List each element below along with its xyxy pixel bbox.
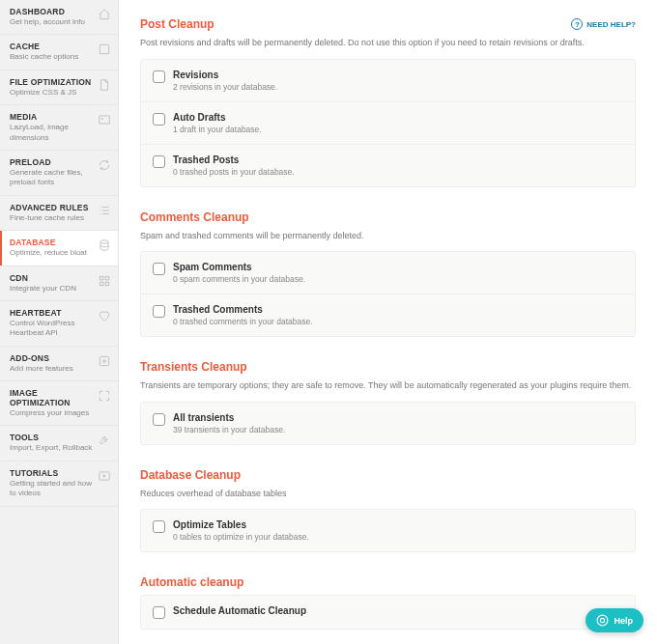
option-title: Optimize Tables — [173, 519, 309, 530]
nav-desc: Add more features — [10, 364, 95, 374]
option-row[interactable]: Auto Drafts1 draft in your database. — [141, 101, 635, 144]
svg-rect-7 — [105, 282, 109, 286]
checkbox[interactable] — [153, 413, 165, 426]
file-icon — [98, 78, 111, 92]
option-row[interactable]: All transients39 transients in your data… — [141, 403, 635, 444]
option-group: Revisions2 revisions in your database.Au… — [140, 59, 636, 187]
sidebar-item-media[interactable]: MEDIALazyLoad, image dimensions — [0, 105, 118, 151]
section-database-cleanup: Database CleanupReduces overhead of data… — [140, 468, 636, 553]
svg-point-11 — [601, 618, 605, 622]
nav-title: DASHBOARD — [10, 7, 95, 16]
section-desc: Reduces overhead of database tables — [140, 488, 636, 500]
checkbox[interactable] — [153, 606, 165, 619]
option-row[interactable]: Revisions2 revisions in your database. — [141, 60, 635, 101]
nav-desc: LazyLoad, image dimensions — [10, 123, 95, 143]
sidebar-item-advanced-rules[interactable]: ADVANCED RULESFine-tune cache rules — [0, 196, 118, 231]
section-comments-cleanup: Comments CleanupSpam and trashed comment… — [140, 210, 636, 338]
refresh-icon — [98, 158, 111, 172]
list-icon — [98, 204, 111, 217]
section-title: Automatic cleanup — [140, 575, 243, 589]
option-group: Schedule Automatic Cleanup — [140, 595, 636, 630]
option-desc: 0 trashed posts in your database. — [173, 167, 295, 177]
nav-desc: Generate cache files, preload fonts — [10, 168, 95, 188]
option-title: Schedule Automatic Cleanup — [173, 605, 306, 616]
option-title: Trashed Comments — [173, 304, 313, 315]
option-title: Auto Drafts — [173, 112, 262, 123]
database-icon — [98, 238, 111, 252]
sidebar-item-tools[interactable]: TOOLSImport, Export, Rollback — [0, 426, 118, 461]
option-desc: 0 spam comments in your database. — [173, 274, 305, 284]
help-fab[interactable]: Help — [586, 608, 643, 632]
option-title: Spam Comments — [173, 262, 305, 272]
svg-rect-4 — [100, 276, 103, 280]
option-title: Trashed Posts — [173, 154, 295, 165]
sidebar-item-heartbeat[interactable]: HEARTBEATControl WordPress Heartbeat API — [0, 301, 118, 347]
section-desc: Post revisions and drafts will be perman… — [140, 37, 636, 49]
heart-icon — [98, 309, 111, 322]
nav-title: HEARTBEAT — [10, 308, 95, 318]
checkbox[interactable] — [153, 263, 165, 275]
checkbox[interactable] — [153, 155, 165, 168]
checkbox[interactable] — [153, 70, 165, 83]
addon-icon — [98, 354, 111, 368]
nav-desc: Get help, account info — [10, 17, 95, 27]
svg-rect-1 — [100, 116, 110, 124]
section-title: Post Cleanup — [140, 17, 214, 31]
tool-icon — [98, 434, 111, 447]
square-icon — [98, 42, 111, 56]
section-post-cleanup: Post Cleanup?NEED HELP?Post revisions an… — [140, 17, 636, 187]
checkbox[interactable] — [153, 520, 165, 533]
section-transients-cleanup: Transients CleanupTransients are tempora… — [140, 360, 636, 445]
sidebar-item-dashboard[interactable]: DASHBOARDGet help, account info — [0, 0, 118, 35]
need-help-link[interactable]: ?NEED HELP? — [571, 18, 636, 30]
svg-point-2 — [101, 118, 103, 120]
option-row[interactable]: Schedule Automatic Cleanup — [141, 596, 635, 629]
sidebar-item-cdn[interactable]: CDNIntegrate your CDN — [0, 266, 118, 301]
option-group: Optimize Tables0 tables to optimize in y… — [140, 509, 636, 552]
option-row[interactable]: Spam Comments0 spam comments in your dat… — [141, 252, 635, 294]
sidebar: DASHBOARDGet help, account infoCACHEBasi… — [0, 0, 119, 644]
sidebar-item-file-optimization[interactable]: FILE OPTIMIZATIONOptimize CSS & JS — [0, 70, 118, 105]
nav-desc: Control WordPress Heartbeat API — [10, 319, 95, 339]
option-desc: 1 draft in your database. — [173, 125, 262, 134]
svg-rect-6 — [100, 282, 103, 286]
section-title: Comments Cleanup — [140, 210, 249, 224]
grid-icon — [98, 274, 111, 288]
main-content: Post Cleanup?NEED HELP?Post revisions an… — [119, 0, 657, 644]
nav-title: MEDIA — [10, 112, 95, 122]
section-desc: Transients are temporary options; they a… — [140, 379, 636, 392]
sidebar-item-database[interactable]: DATABASEOptimize, reduce bloat — [0, 231, 118, 266]
svg-point-10 — [598, 615, 609, 626]
option-row[interactable]: Trashed Comments0 trashed comments in yo… — [141, 294, 635, 336]
option-title: All transients — [173, 412, 285, 423]
sidebar-item-cache[interactable]: CACHEBasic cache options — [0, 35, 118, 70]
sidebar-item-image-optimization[interactable]: IMAGE OPTIMIZATIONCompress your images — [0, 381, 118, 426]
sidebar-item-preload[interactable]: PRELOADGenerate cache files, preload fon… — [0, 151, 118, 196]
nav-desc: Fine-tune cache rules — [10, 213, 95, 223]
nav-title: ADVANCED RULES — [10, 203, 95, 212]
option-desc: 2 revisions in your database. — [173, 82, 277, 92]
option-desc: 0 trashed comments in your database. — [173, 317, 313, 326]
sidebar-item-tutorials[interactable]: TUTORIALSGetting started and how to vide… — [0, 462, 118, 507]
svg-point-3 — [100, 240, 108, 244]
nav-title: CACHE — [10, 42, 95, 51]
home-icon — [98, 8, 111, 21]
help-label: NEED HELP? — [586, 20, 636, 29]
checkbox[interactable] — [153, 305, 165, 318]
option-row[interactable]: Trashed Posts0 trashed posts in your dat… — [141, 144, 635, 186]
nav-desc: Basic cache options — [10, 52, 95, 62]
nav-title: TOOLS — [10, 433, 95, 442]
option-desc: 39 transients in your database. — [173, 425, 285, 434]
section-desc: Spam and trashed comments will be perman… — [140, 230, 636, 242]
option-desc: 0 tables to optimize in your database. — [173, 532, 309, 542]
option-group: Spam Comments0 spam comments in your dat… — [140, 251, 636, 337]
option-row[interactable]: Optimize Tables0 tables to optimize in y… — [141, 510, 635, 551]
nav-desc: Compress your images — [10, 408, 95, 418]
nav-desc: Getting started and how to videos — [10, 479, 95, 499]
option-title: Revisions — [173, 70, 277, 80]
nav-desc: Import, Export, Rollback — [10, 443, 95, 453]
sidebar-item-add-ons[interactable]: ADD-ONSAdd more features — [0, 347, 118, 381]
help-fab-label: Help — [614, 616, 633, 626]
nav-title: TUTORIALS — [10, 468, 95, 478]
checkbox[interactable] — [153, 113, 165, 126]
